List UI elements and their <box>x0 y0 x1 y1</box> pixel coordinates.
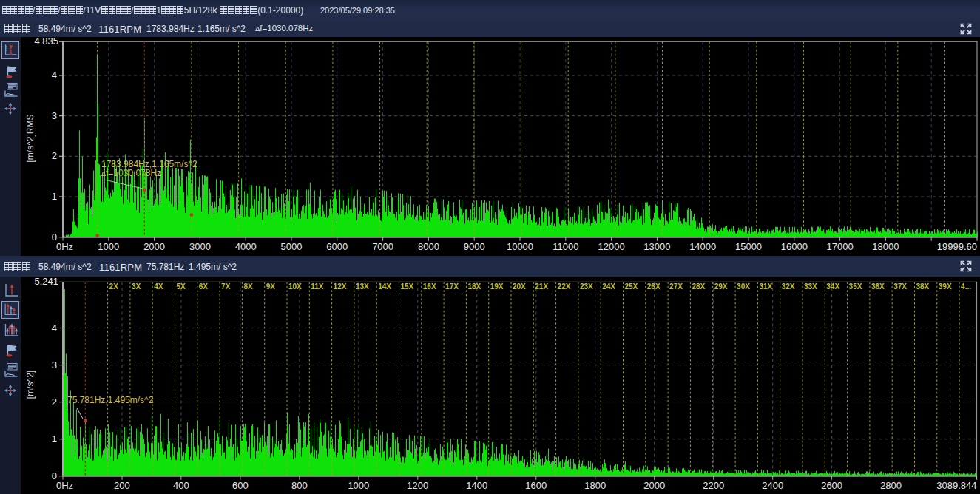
svg-text:8X: 8X <box>243 282 253 291</box>
svg-text:1000: 1000 <box>348 480 369 491</box>
svg-text:2600: 2600 <box>821 480 842 491</box>
svg-text:11000: 11000 <box>552 241 578 252</box>
svg-text:9X: 9X <box>266 282 276 291</box>
svg-text:2200: 2200 <box>703 480 724 491</box>
svg-text:34X: 34X <box>826 282 839 291</box>
svg-text:6X: 6X <box>199 282 209 291</box>
svg-text:2: 2 <box>52 396 57 407</box>
svg-text:2400: 2400 <box>762 480 783 491</box>
svg-text:13X: 13X <box>356 282 369 291</box>
svg-text:35X: 35X <box>849 282 862 291</box>
svg-text:12000: 12000 <box>598 241 625 252</box>
svg-text:5.241: 5.241 <box>34 277 58 287</box>
svg-text:2000: 2000 <box>643 480 665 491</box>
svg-text:1800: 1800 <box>584 480 606 491</box>
svg-text:3: 3 <box>52 359 57 370</box>
svg-text:10000: 10000 <box>507 241 533 252</box>
svg-text:0: 0 <box>52 470 57 481</box>
svg-text:1: 1 <box>52 433 57 444</box>
svg-text:3X: 3X <box>132 282 141 291</box>
svg-text:0Hz: 0Hz <box>56 241 73 252</box>
svg-text:18X: 18X <box>467 282 481 291</box>
svg-text:19999.60: 19999.60 <box>937 241 977 252</box>
svg-text:26X: 26X <box>647 282 660 291</box>
svg-text:600: 600 <box>232 480 249 491</box>
svg-text:2800: 2800 <box>880 480 902 491</box>
svg-text:2: 2 <box>52 150 57 161</box>
svg-text:8000: 8000 <box>418 241 439 252</box>
svg-text:21X: 21X <box>535 282 548 291</box>
svg-text:15000: 15000 <box>735 241 762 252</box>
svg-text:17X: 17X <box>445 282 459 291</box>
svg-text:9000: 9000 <box>464 241 485 252</box>
svg-text:14000: 14000 <box>689 241 716 252</box>
svg-text:30X: 30X <box>737 282 750 291</box>
svg-text:4...: 4... <box>961 282 971 291</box>
svg-text:0Hz: 0Hz <box>56 480 73 491</box>
svg-text:16X: 16X <box>423 282 436 291</box>
svg-text:7X: 7X <box>221 282 231 291</box>
svg-text:19X: 19X <box>490 282 504 291</box>
svg-text:4: 4 <box>52 70 57 81</box>
svg-text:36X: 36X <box>871 282 885 291</box>
svg-text:22X: 22X <box>558 282 571 291</box>
svg-text:3: 3 <box>52 110 57 121</box>
svg-text:4000: 4000 <box>235 241 257 252</box>
svg-text:10X: 10X <box>288 282 302 291</box>
svg-text:27X: 27X <box>669 282 683 291</box>
svg-text:1000: 1000 <box>98 241 119 252</box>
svg-text:2000: 2000 <box>143 241 165 252</box>
svg-text:4: 4 <box>52 322 57 334</box>
svg-text:2X: 2X <box>109 282 119 291</box>
svg-text:13000: 13000 <box>643 241 670 252</box>
svg-text:400: 400 <box>173 480 189 491</box>
svg-text:38X: 38X <box>916 282 930 291</box>
svg-text:17000: 17000 <box>827 241 854 252</box>
svg-text:20X: 20X <box>513 282 526 291</box>
svg-text:39X: 39X <box>939 282 952 291</box>
svg-text:3000: 3000 <box>189 241 211 252</box>
svg-text:7000: 7000 <box>372 241 393 252</box>
svg-text:4.835: 4.835 <box>34 37 58 47</box>
svg-text:200: 200 <box>114 480 130 491</box>
svg-text:18000: 18000 <box>872 241 899 252</box>
svg-text:31X: 31X <box>759 282 772 291</box>
svg-text:24X: 24X <box>602 282 615 291</box>
svg-text:1400: 1400 <box>466 480 487 491</box>
svg-text:1: 1 <box>52 191 57 202</box>
svg-text:16000: 16000 <box>781 241 808 252</box>
svg-text:800: 800 <box>291 480 308 491</box>
svg-text:11X: 11X <box>311 282 324 291</box>
svg-text:14X: 14X <box>378 282 391 291</box>
svg-text:5X: 5X <box>177 282 186 291</box>
svg-text:75.781Hz,1.495m/s^2: 75.781Hz,1.495m/s^2 <box>67 395 154 405</box>
svg-text:3089.844: 3089.844 <box>936 480 976 491</box>
svg-text:28X: 28X <box>692 282 705 291</box>
svg-text:25X: 25X <box>625 282 638 291</box>
svg-text:1600: 1600 <box>525 480 547 491</box>
svg-text:1200: 1200 <box>407 480 428 491</box>
svg-text:37X: 37X <box>893 282 907 291</box>
svg-text:23X: 23X <box>580 282 593 291</box>
svg-text:32X: 32X <box>782 282 795 291</box>
svg-text:33X: 33X <box>804 282 817 291</box>
svg-text:4X: 4X <box>154 282 163 291</box>
svg-text:6000: 6000 <box>326 241 348 252</box>
svg-text:0: 0 <box>52 231 57 243</box>
svg-text:12X: 12X <box>334 282 347 291</box>
svg-text:15X: 15X <box>401 282 414 291</box>
svg-text:29X: 29X <box>714 282 728 291</box>
svg-text:Δf=1030.078Hz: Δf=1030.078Hz <box>101 168 161 178</box>
svg-text:5000: 5000 <box>281 241 303 252</box>
